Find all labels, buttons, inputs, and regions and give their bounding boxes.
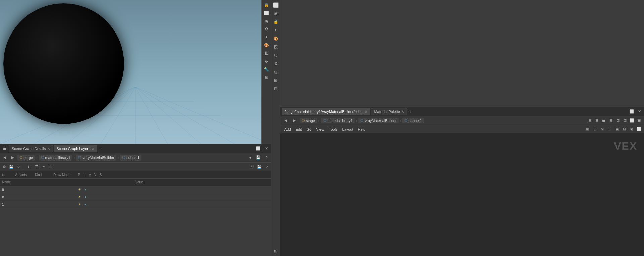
panel-menu-icon[interactable]: ☰ xyxy=(1,145,8,152)
tab-scene-graph-details[interactable]: Scene Graph Details ✕ xyxy=(9,145,53,152)
mt-icon-4[interactable]: ✦ xyxy=(272,26,279,34)
breadcrumb-materiallibrary[interactable]: ⬡ materiallibrary1 xyxy=(39,155,72,161)
tab-subnet-path[interactable]: /stage/materiallibrary1/vrayMaterialBuil… xyxy=(282,108,370,115)
table-row[interactable]: 8 ☀ ● xyxy=(0,193,271,201)
mt-icon-9[interactable]: ◎ xyxy=(272,68,279,76)
toolbar-grid-icon[interactable]: ⊞ xyxy=(263,74,270,81)
toolbar-frame-icon[interactable]: 🖼 xyxy=(263,50,270,57)
mt-icon-3[interactable]: 🔒 xyxy=(272,18,279,25)
menubar-icon-8[interactable]: ⬜ xyxy=(636,126,642,132)
menu-add[interactable]: Add xyxy=(282,127,293,132)
rb-tool-2[interactable]: ⊟ xyxy=(594,118,600,124)
rb-expand-icon[interactable]: ✕ xyxy=(636,108,643,115)
mt-icon-10[interactable]: ⊞ xyxy=(272,77,279,84)
tb2-list3-icon[interactable]: ≡ xyxy=(41,164,47,170)
tab-subnet-close[interactable]: ✕ xyxy=(365,110,367,114)
toolbar-light-icon[interactable]: 🔦 xyxy=(263,66,270,73)
viewport-canvas[interactable]: ⊕ 🔒 ⬜ ◉ ⚙ ★ 🎨 🖼 ⚙ 🔦 ⊞ xyxy=(0,0,271,144)
tb2-list1-icon[interactable]: ⊟ xyxy=(26,164,33,170)
rb-breadcrumb-stage[interactable]: ⬡ stage xyxy=(300,118,317,123)
menubar-icon-1[interactable]: ⊞ xyxy=(584,126,590,132)
th-flag-s: S xyxy=(98,173,103,177)
menu-view[interactable]: View xyxy=(314,127,326,132)
mt-icon-1[interactable]: ⬜ xyxy=(272,1,279,9)
tb-filter-icon[interactable]: ▼ xyxy=(247,154,254,161)
tb2-help2-icon[interactable]: ? xyxy=(15,164,21,170)
menu-tools[interactable]: Tools xyxy=(327,127,340,132)
tb2-save3-icon[interactable]: 💾 xyxy=(256,164,262,170)
tab-material-palette[interactable]: Material Palette ✕ xyxy=(371,108,407,115)
mt-icon-7[interactable]: ⬡ xyxy=(272,52,279,59)
tb2-list2-icon[interactable]: ☰ xyxy=(34,164,40,170)
flag-sun-9[interactable]: ☀ xyxy=(77,187,82,192)
th-flag-l: L xyxy=(82,173,87,177)
flag-sun-8[interactable]: ☀ xyxy=(77,194,82,200)
tb-help-icon[interactable]: ? xyxy=(263,154,270,161)
rb-breadcrumb-subnet1[interactable]: ⬡ subnet1 xyxy=(402,118,424,123)
breadcrumb-vray[interactable]: ⬡ vrayMaterialBuilder xyxy=(76,155,116,161)
flag-dot-1[interactable]: ● xyxy=(83,202,88,207)
flag-dot-9[interactable]: ● xyxy=(83,187,88,192)
menubar-icon-6[interactable]: ⊡ xyxy=(621,126,627,132)
menubar-icon-7[interactable]: ◉ xyxy=(629,126,635,132)
rb-tool-5[interactable]: ⊠ xyxy=(615,118,621,124)
tab-details-close[interactable]: ✕ xyxy=(47,147,50,151)
rb-collapse-icon[interactable]: ⬜ xyxy=(628,108,635,115)
table-row[interactable]: 1 ☀ ● xyxy=(0,201,271,208)
tab-scene-graph-layers[interactable]: Scene Graph Layers ✕ xyxy=(54,145,98,152)
rb-tool-4[interactable]: ⊞ xyxy=(608,118,614,124)
mt-icon-5[interactable]: 🎨 xyxy=(272,35,279,42)
tb2-filter-icon[interactable]: ▽ xyxy=(249,164,255,170)
menubar-icon-5[interactable]: ▣ xyxy=(614,126,620,132)
rb-breadcrumb-vray[interactable]: ⬡ vrayMaterialBuilder xyxy=(358,118,398,123)
rb-tool-7[interactable]: ⬜ xyxy=(629,118,635,124)
toolbar-settings-icon[interactable]: ⚙ xyxy=(263,25,270,33)
menu-layout[interactable]: Layout xyxy=(340,127,355,132)
mt-icon-2[interactable]: ◉ xyxy=(272,10,279,17)
flag-dot-8[interactable]: ● xyxy=(83,194,88,200)
breadcrumb-subnet1[interactable]: ⬡ subnet1 xyxy=(120,155,141,161)
menu-edit[interactable]: Edit xyxy=(294,127,304,132)
rb-breadcrumb-matlib[interactable]: ⬡ materiallibrary1 xyxy=(321,118,355,123)
panel-expand-icon[interactable]: ✕ xyxy=(263,145,270,152)
tab-layers-close[interactable]: ✕ xyxy=(92,147,94,151)
tb2-list4-icon[interactable]: ⊞ xyxy=(48,164,54,170)
mt-icon-6[interactable]: 🖼 xyxy=(272,43,279,51)
rb-add-tab-button[interactable]: + xyxy=(408,109,413,114)
tb2-help3-icon[interactable]: ? xyxy=(264,164,270,170)
mt-icon-8[interactable]: ⚙ xyxy=(272,60,279,67)
th-drawmode: Draw Mode xyxy=(52,173,75,177)
rb-tool-3[interactable]: ☰ xyxy=(601,118,607,124)
toolbar-star-icon[interactable]: ★ xyxy=(263,34,270,41)
toolbar-lock-icon[interactable]: 🔒 xyxy=(263,1,270,9)
mt-icon-bottom[interactable]: ⊞ xyxy=(272,247,279,255)
tab-material-close[interactable]: ✕ xyxy=(401,110,404,114)
tb-save-icon[interactable]: 💾 xyxy=(255,154,262,161)
rb-forward-icon[interactable]: ▶ xyxy=(291,117,298,124)
menubar-icon-4[interactable]: ☰ xyxy=(606,126,612,132)
menu-help[interactable]: Help xyxy=(356,127,368,132)
add-tab-button[interactable]: + xyxy=(98,146,103,151)
node-canvas[interactable]: VEX V-Ray TexAColor blue xyxy=(280,133,644,256)
flag-sun-1[interactable]: ☀ xyxy=(77,202,82,207)
table-row[interactable]: 9 ☀ ● xyxy=(0,186,271,193)
tb2-save2-icon[interactable]: 💾 xyxy=(8,164,14,170)
tb2-settings-icon[interactable]: ⚙ xyxy=(1,164,7,170)
menubar-icon-2[interactable]: ⊟ xyxy=(592,126,598,132)
toolbar-back-icon[interactable]: ◀ xyxy=(1,154,8,161)
toolbar-view1-icon[interactable]: ⬜ xyxy=(263,9,270,17)
toolbar-view2-icon[interactable]: ◉ xyxy=(263,17,270,25)
rb-tool-8[interactable]: ▣ xyxy=(636,118,642,124)
rb-tool-6[interactable]: ⊡ xyxy=(622,118,628,124)
toolbar-forward-icon[interactable]: ▶ xyxy=(9,154,16,161)
rb-back-icon[interactable]: ◀ xyxy=(282,117,289,124)
th-flag-p: P xyxy=(77,173,81,177)
menu-go[interactable]: Go xyxy=(305,127,314,132)
mt-icon-11[interactable]: ⊟ xyxy=(272,85,279,92)
breadcrumb-stage[interactable]: ⬡ stage xyxy=(17,155,35,161)
panel-collapse-icon[interactable]: ⬜ xyxy=(255,145,262,152)
toolbar-color-icon[interactable]: 🎨 xyxy=(263,42,270,49)
rb-tool-1[interactable]: ⊞ xyxy=(587,118,593,124)
toolbar-config-icon[interactable]: ⚙ xyxy=(263,58,270,65)
menubar-icon-3[interactable]: ⊠ xyxy=(599,126,605,132)
